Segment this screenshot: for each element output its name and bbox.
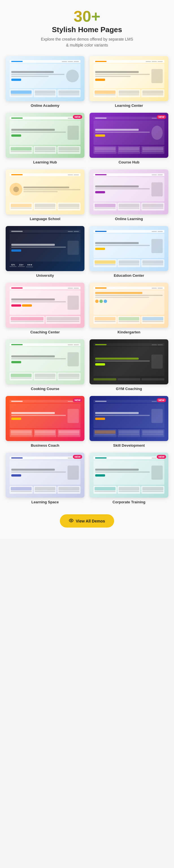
demo-thumbnail-learning-hub[interactable]: NEW — [6, 113, 84, 158]
demo-item-skill-development[interactable]: NEW — [90, 396, 168, 447]
new-badge-corporate-training: NEW — [157, 455, 166, 459]
demo-item-learning-hub[interactable]: NEW — [6, 113, 84, 164]
demo-thumbnail-language-school[interactable] — [6, 169, 84, 214]
demo-label-university: University — [36, 273, 54, 278]
demo-thumbnail-kindergarten[interactable] — [90, 283, 168, 328]
demo-label-skill-development: Skill Development — [113, 443, 145, 447]
demo-label-corporate-training: Corporate Training — [113, 500, 145, 504]
demo-label-learning-space: Learning Space — [31, 500, 59, 504]
eye-icon — [69, 518, 73, 524]
page-wrapper: 30+ Stylish Home Pages Explore the creat… — [0, 0, 174, 539]
demo-label-cooking-course: Cooking Course — [31, 386, 59, 391]
demo-label-language-school: Language School — [30, 217, 60, 221]
demo-thumbnail-cooking-course[interactable] — [6, 339, 84, 384]
demo-label-course-hub: Course Hub — [119, 160, 140, 164]
demo-label-learning-hub: Learning Hub — [33, 160, 57, 164]
hero-subtitle: Explore the creative demos offered by se… — [6, 36, 168, 48]
demo-item-language-school[interactable]: Language School — [6, 169, 84, 221]
demo-label-learning-center: Learning Center — [115, 103, 143, 107]
demo-item-online-learning[interactable]: Online Learning — [90, 169, 168, 221]
demo-item-learning-center[interactable]: Learning Center — [90, 56, 168, 107]
view-all-button[interactable]: View All Demos — [60, 514, 114, 528]
demo-item-university[interactable]: 92% 21k+ ★★★ University — [6, 226, 84, 278]
new-badge-learning-space: NEW — [73, 455, 82, 459]
demo-item-gym-coaching[interactable]: GYM Coaching — [90, 339, 168, 391]
demo-item-corporate-training[interactable]: NEW — [90, 453, 168, 504]
demo-item-coaching-center[interactable]: Coaching Center — [6, 283, 84, 334]
demo-item-cooking-course[interactable]: Cooking Course — [6, 339, 84, 391]
demo-item-online-academy[interactable]: Online Academy — [6, 56, 84, 107]
hero-title: Stylish Home Pages — [6, 25, 168, 34]
demo-thumbnail-coaching-center[interactable] — [6, 283, 84, 328]
new-badge-business-coach: NEW — [73, 398, 82, 402]
demo-item-kindergarten[interactable]: Kindergarten — [90, 283, 168, 334]
new-badge-course-hub: NEW — [157, 115, 166, 119]
demo-label-online-learning: Online Learning — [115, 217, 143, 221]
demo-label-education-center: Education Center — [114, 273, 144, 278]
view-all-label: View All Demos — [76, 519, 105, 523]
new-badge-learning-hub: NEW — [73, 115, 82, 119]
demo-label-gym-coaching: GYM Coaching — [116, 386, 142, 391]
demos-grid: Online Academy — [6, 56, 168, 504]
demo-thumbnail-gym-coaching[interactable] — [90, 339, 168, 384]
demo-item-business-coach[interactable]: NEW — [6, 396, 84, 447]
demo-item-learning-space[interactable]: NEW — [6, 453, 84, 504]
demo-thumbnail-learning-space[interactable]: NEW — [6, 453, 84, 498]
demo-label-online-academy: Online Academy — [31, 103, 59, 107]
demo-label-kindergarten: Kindergarten — [118, 330, 141, 334]
demo-label-coaching-center: Coaching Center — [30, 330, 59, 334]
hero-number: 30+ — [6, 8, 168, 24]
demo-thumbnail-online-academy[interactable] — [6, 56, 84, 101]
demo-thumbnail-learning-center[interactable] — [90, 56, 168, 101]
demo-item-education-center[interactable]: Education Center — [90, 226, 168, 278]
demo-thumbnail-online-learning[interactable] — [90, 169, 168, 214]
demo-thumbnail-course-hub[interactable]: NEW — [90, 113, 168, 158]
demo-item-course-hub[interactable]: NEW — [90, 113, 168, 164]
svg-point-0 — [71, 520, 72, 521]
demo-label-business-coach: Business Coach — [31, 443, 59, 447]
new-badge-skill-development: NEW — [157, 398, 166, 402]
demo-thumbnail-education-center[interactable] — [90, 226, 168, 271]
demo-thumbnail-university[interactable]: 92% 21k+ ★★★ — [6, 226, 84, 271]
demo-thumbnail-business-coach[interactable]: NEW — [6, 396, 84, 441]
demo-thumbnail-corporate-training[interactable]: NEW — [90, 453, 168, 498]
demo-thumbnail-skill-development[interactable]: NEW — [90, 396, 168, 441]
